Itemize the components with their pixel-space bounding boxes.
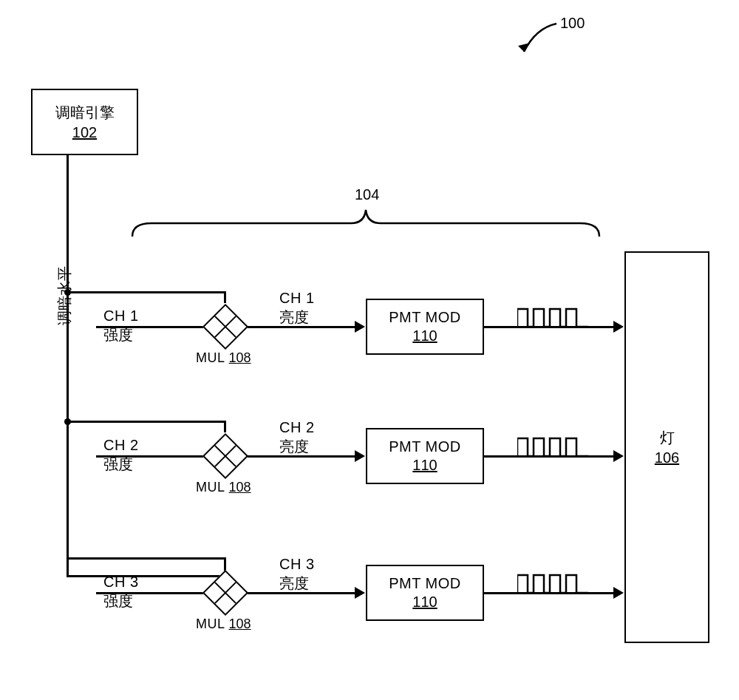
brace-icon <box>129 207 602 242</box>
pwm-icon <box>517 306 588 328</box>
ch-out-label: CH 1 <box>279 290 315 307</box>
brightness-label: 亮度 <box>279 437 309 457</box>
dimming-level-label: 调暗水平 <box>55 266 75 325</box>
ch-label: CH 3 <box>103 574 139 591</box>
line <box>67 421 225 423</box>
mul-label: MUL 108 <box>196 350 251 366</box>
arrowhead-icon <box>613 321 624 333</box>
ch-out-label: CH 3 <box>279 556 315 573</box>
dimmer-engine-block: 调暗引擎 102 <box>31 89 138 155</box>
line <box>224 421 226 432</box>
multiplier-icon <box>202 304 248 350</box>
pmt-mod-block: PMT MOD 110 <box>366 428 484 484</box>
pmt-label: PMT MOD <box>389 309 461 326</box>
ch-label: CH 1 <box>103 307 139 324</box>
line <box>67 557 225 560</box>
pwm-icon <box>517 572 588 594</box>
brightness-label: 亮度 <box>279 574 309 594</box>
line <box>224 557 226 569</box>
line <box>67 155 69 577</box>
dimmer-engine-ref: 102 <box>72 124 97 141</box>
mul-label: MUL 108 <box>196 480 251 495</box>
arrowhead-icon <box>613 450 624 462</box>
pmt-label: PMT MOD <box>389 575 461 592</box>
lamp-label: 灯 <box>660 428 675 448</box>
diagram-canvas: 100 调暗引擎 102 调暗水平 104 灯 106 CH 1 强度 MUL … <box>0 0 739 700</box>
line <box>224 291 226 303</box>
multiplier-icon <box>202 433 248 479</box>
line <box>67 291 225 293</box>
intensity-label: 强度 <box>103 591 133 611</box>
svg-marker-0 <box>518 43 530 52</box>
intensity-label: 强度 <box>103 325 133 345</box>
ch-label: CH 2 <box>103 437 139 454</box>
lamp-ref: 106 <box>655 449 679 466</box>
arrowhead-icon <box>355 587 365 599</box>
pmt-ref: 110 <box>412 457 437 474</box>
pmt-label: PMT MOD <box>389 438 461 455</box>
pmt-ref: 110 <box>412 327 437 344</box>
pmt-mod-block: PMT MOD 110 <box>366 565 484 621</box>
mul-label: MUL 108 <box>196 616 251 632</box>
brightness-label: 亮度 <box>279 307 309 327</box>
ref-arrow-icon <box>514 21 565 64</box>
arrowhead-icon <box>355 321 365 333</box>
dimmer-engine-label: 调暗引擎 <box>55 103 115 123</box>
ch-out-label: CH 2 <box>279 419 315 436</box>
intensity-label: 强度 <box>103 455 133 475</box>
group-ref: 104 <box>355 186 379 203</box>
line <box>96 592 203 594</box>
line <box>96 455 203 458</box>
line <box>67 575 225 577</box>
pmt-mod-block: PMT MOD 110 <box>366 299 484 355</box>
arrowhead-icon <box>355 450 365 462</box>
pwm-icon <box>517 435 588 458</box>
line <box>96 326 203 328</box>
arrowhead-icon <box>613 587 624 599</box>
pmt-ref: 110 <box>412 594 437 611</box>
lamp-block: 灯 106 <box>624 251 709 643</box>
